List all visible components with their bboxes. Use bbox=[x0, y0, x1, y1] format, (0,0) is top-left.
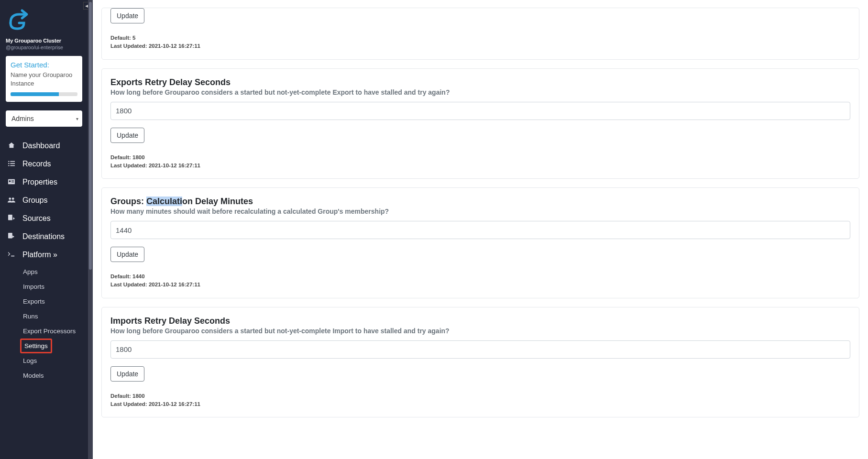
get-started-card[interactable]: Get Started: Name your Grouparoo Instanc… bbox=[6, 56, 82, 102]
get-started-text: Name your Grouparoo Instance bbox=[11, 71, 77, 87]
export-icon bbox=[7, 233, 16, 241]
sidebar: ◀ My Grouparoo Cluster @grouparoo/ui-ent… bbox=[0, 0, 88, 459]
last-updated-value: 2021-10-12 16:27:11 bbox=[149, 163, 200, 168]
subnav-export-processors[interactable]: Export Processors bbox=[20, 324, 82, 339]
last-updated-label: Last Updated: bbox=[110, 43, 149, 49]
subnav-settings[interactable]: Settings bbox=[20, 339, 52, 353]
nav-destinations[interactable]: Destinations bbox=[6, 228, 82, 245]
svg-rect-9 bbox=[11, 182, 14, 182]
update-button[interactable]: Update bbox=[110, 247, 144, 262]
setting-title: Imports Retry Delay Seconds bbox=[110, 316, 850, 326]
setting-description: How long before Grouparoo considers a st… bbox=[110, 88, 850, 96]
setting-title: Exports Retry Delay Seconds bbox=[110, 77, 850, 87]
nav-groups-label: Groups bbox=[22, 196, 47, 205]
default-value: 1800 bbox=[132, 154, 145, 160]
nav-dashboard[interactable]: Dashboard bbox=[6, 137, 82, 154]
subnav-apps[interactable]: Apps bbox=[20, 264, 82, 279]
nav-platform[interactable]: Platform » bbox=[6, 246, 82, 263]
svg-point-10 bbox=[9, 197, 11, 200]
nav-properties-label: Properties bbox=[22, 178, 57, 186]
setting-meta: Default: 1440 Last Updated: 2021-10-12 1… bbox=[110, 273, 850, 289]
list-icon bbox=[7, 160, 16, 168]
cluster-name: My Grouparoo Cluster bbox=[6, 38, 82, 44]
setting-meta: Default: 5 Last Updated: 2021-10-12 16:2… bbox=[110, 34, 850, 51]
setting-card-groups-calc: Groups: Calculation Delay Minutes How ma… bbox=[101, 187, 859, 298]
svg-rect-2 bbox=[8, 163, 10, 164]
setting-card-partial: Update Default: 5 Last Updated: 2021-10-… bbox=[101, 8, 859, 60]
main-nav: Dashboard Records Properties Groups Sour… bbox=[6, 137, 82, 383]
svg-rect-8 bbox=[11, 180, 14, 181]
default-label: Default: bbox=[110, 393, 132, 399]
users-icon bbox=[7, 197, 16, 204]
setting-description: How many minutes should wait before reca… bbox=[110, 208, 850, 215]
svg-rect-1 bbox=[10, 161, 15, 162]
svg-rect-13 bbox=[8, 233, 12, 238]
nav-properties[interactable]: Properties bbox=[6, 174, 82, 191]
workspace-select-value: Admins bbox=[11, 115, 34, 122]
id-card-icon bbox=[7, 178, 16, 186]
default-label: Default: bbox=[110, 35, 132, 41]
setting-description: How long before Grouparoo considers a st… bbox=[110, 327, 850, 335]
import-icon bbox=[7, 215, 16, 223]
default-label: Default: bbox=[110, 273, 132, 279]
update-button[interactable]: Update bbox=[110, 128, 144, 143]
nav-sources[interactable]: Sources bbox=[6, 210, 82, 227]
subnav-logs[interactable]: Logs bbox=[20, 353, 82, 368]
get-started-title: Get Started: bbox=[11, 61, 77, 69]
svg-rect-12 bbox=[8, 215, 12, 220]
svg-point-11 bbox=[12, 197, 14, 200]
setting-input[interactable] bbox=[110, 340, 850, 359]
svg-rect-7 bbox=[9, 180, 11, 182]
main-content: Update Default: 5 Last Updated: 2021-10-… bbox=[93, 0, 868, 459]
setting-input[interactable] bbox=[110, 221, 850, 239]
last-updated-value: 2021-10-12 16:27:11 bbox=[149, 282, 200, 287]
svg-rect-14 bbox=[11, 256, 14, 257]
sidebar-scrollbar-thumb[interactable] bbox=[89, 2, 92, 270]
subnav-exports[interactable]: Exports bbox=[20, 294, 82, 309]
highlighted-text: Calculati bbox=[146, 197, 182, 206]
svg-rect-3 bbox=[10, 163, 15, 164]
nav-sources-label: Sources bbox=[22, 214, 51, 223]
setting-meta: Default: 1800 Last Updated: 2021-10-12 1… bbox=[110, 392, 850, 409]
nav-groups[interactable]: Groups bbox=[6, 192, 82, 209]
last-updated-value: 2021-10-12 16:27:11 bbox=[149, 43, 200, 49]
last-updated-label: Last Updated: bbox=[110, 401, 149, 407]
default-value: 5 bbox=[132, 35, 135, 41]
logo bbox=[6, 8, 82, 32]
update-button[interactable]: Update bbox=[110, 8, 144, 23]
subnav-models[interactable]: Models bbox=[20, 368, 82, 383]
setting-input[interactable] bbox=[110, 102, 850, 120]
setting-meta: Default: 1800 Last Updated: 2021-10-12 1… bbox=[110, 153, 850, 170]
svg-rect-0 bbox=[8, 161, 10, 162]
svg-rect-5 bbox=[10, 165, 15, 166]
sidebar-scrollbar[interactable] bbox=[88, 0, 93, 459]
last-updated-label: Last Updated: bbox=[110, 163, 149, 168]
home-icon bbox=[7, 142, 16, 150]
platform-subnav: Apps Imports Exports Runs Export Process… bbox=[20, 264, 82, 383]
svg-rect-4 bbox=[8, 165, 10, 166]
terminal-icon bbox=[7, 251, 16, 259]
chevron-down-icon: ▾ bbox=[76, 116, 78, 121]
default-value: 1440 bbox=[132, 273, 145, 279]
default-label: Default: bbox=[110, 154, 132, 160]
update-button[interactable]: Update bbox=[110, 366, 144, 382]
nav-destinations-label: Destinations bbox=[22, 232, 65, 241]
nav-records[interactable]: Records bbox=[6, 155, 82, 173]
setting-card-imports-retry: Imports Retry Delay Seconds How long bef… bbox=[101, 307, 859, 418]
workspace-select[interactable]: Admins ▾ bbox=[6, 110, 82, 127]
nav-records-label: Records bbox=[22, 160, 51, 168]
last-updated-label: Last Updated: bbox=[110, 282, 149, 287]
setting-card-exports-retry: Exports Retry Delay Seconds How long bef… bbox=[101, 68, 859, 179]
subnav-runs[interactable]: Runs bbox=[20, 309, 82, 324]
nav-platform-label: Platform » bbox=[22, 251, 57, 259]
last-updated-value: 2021-10-12 16:27:11 bbox=[149, 401, 200, 407]
onboarding-progress bbox=[11, 92, 77, 96]
default-value: 1800 bbox=[132, 393, 145, 399]
setting-title: Groups: Calculation Delay Minutes bbox=[110, 197, 850, 207]
subnav-imports[interactable]: Imports bbox=[20, 279, 82, 294]
package-name: @grouparoo/ui-enterprise bbox=[6, 44, 82, 50]
nav-dashboard-label: Dashboard bbox=[22, 142, 60, 150]
onboarding-progress-fill bbox=[11, 92, 59, 96]
